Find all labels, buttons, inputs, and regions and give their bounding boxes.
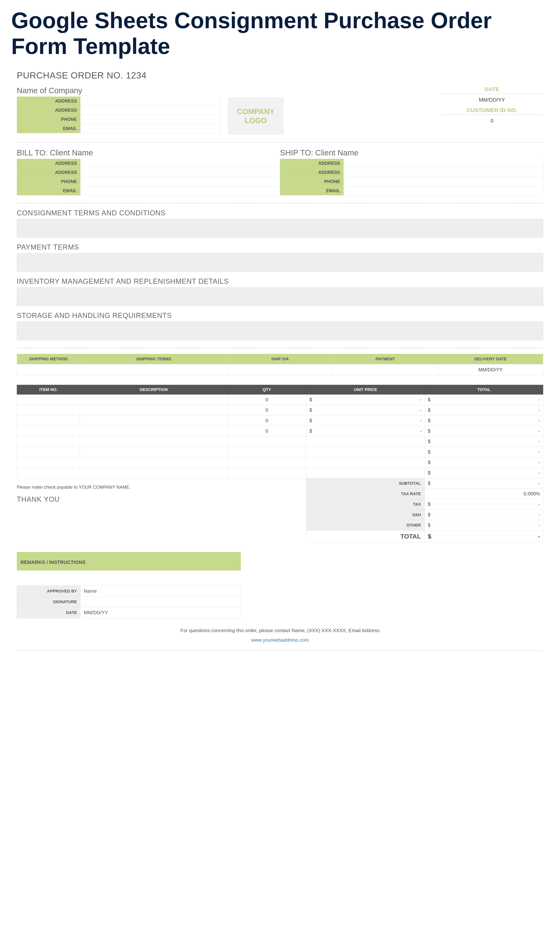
line-total-cell[interactable]: $- <box>425 436 543 447</box>
description-header: DESCRIPTION <box>80 385 228 395</box>
qty-cell[interactable] <box>228 436 306 447</box>
ship-via-cell[interactable] <box>228 364 332 376</box>
item-no-cell[interactable] <box>17 415 80 426</box>
customer-id-label: CUSTOMER ID NO. <box>440 107 543 115</box>
divider <box>17 650 543 651</box>
qty-cell[interactable]: 0 <box>228 405 306 415</box>
description-cell[interactable] <box>80 447 228 457</box>
line-total-cell[interactable]: $- <box>425 457 543 468</box>
signature-value[interactable] <box>80 597 241 607</box>
line-total-cell[interactable]: $- <box>425 447 543 457</box>
unit-price-cell[interactable] <box>306 468 425 478</box>
qty-cell[interactable] <box>228 447 306 457</box>
approval-date-label: DATE <box>17 607 80 618</box>
ship-to-address-2-value[interactable] <box>344 168 543 177</box>
payment-terms-box[interactable] <box>17 253 543 272</box>
total-value: $- <box>425 499 543 510</box>
consignment-terms-title: CONSIGNMENT TERMS AND CONDITIONS <box>17 209 543 217</box>
item-no-cell[interactable] <box>17 436 80 447</box>
company-phone-label: PHONE <box>17 115 80 124</box>
form-container: PURCHASE ORDER NO. 1234 Name of Company … <box>11 66 549 668</box>
bill-to-address-2-value[interactable] <box>80 168 280 177</box>
total-value: $- <box>425 510 543 520</box>
description-cell[interactable] <box>80 415 228 426</box>
storage-requirements-box[interactable] <box>17 322 543 340</box>
shipping-method-cell[interactable] <box>17 364 80 376</box>
delivery-date-cell[interactable]: MM/DD/YY <box>438 364 543 376</box>
ship-to-title: SHIP TO: Client Name <box>280 148 543 157</box>
bill-to-email-label: EMAIL <box>17 186 80 195</box>
item-no-cell[interactable] <box>17 405 80 415</box>
inventory-details-title: INVENTORY MANAGEMENT AND REPLENISHMENT D… <box>17 277 543 285</box>
ship-via-header: SHIP VIA <box>228 354 332 364</box>
total-label: OTHER <box>306 520 425 530</box>
footer-web-link[interactable]: www.yourwebaddress.com <box>17 637 543 643</box>
divider <box>17 203 543 203</box>
items-table: ITEM NO. DESCRIPTION QTY UNIT PRICE TOTA… <box>17 385 543 543</box>
qty-header: QTY <box>228 385 306 395</box>
date-value[interactable]: MM/DD/YY <box>440 95 543 107</box>
ship-to-email-value[interactable] <box>344 186 543 195</box>
unit-price-cell[interactable]: $- <box>306 395 425 405</box>
table-row: $- <box>17 447 543 457</box>
remarks-instructions-header: REMARKS / INSTRUCTIONS <box>17 552 241 570</box>
item-no-cell[interactable] <box>17 447 80 457</box>
description-cell[interactable] <box>80 405 228 415</box>
shipping-table: SHIPPING METHOD SHIPPING TERMS SHIP VIA … <box>17 354 543 376</box>
item-no-cell[interactable] <box>17 468 80 478</box>
company-block: Name of Company ADDRESS ADDRESS PHONE EM… <box>17 86 220 135</box>
company-email-value[interactable] <box>80 124 220 133</box>
approved-by-label: APPROVED BY <box>17 586 80 597</box>
approval-date-value[interactable]: MM/DD/YY <box>80 607 241 618</box>
customer-id-value[interactable]: 0 <box>440 116 543 128</box>
company-address-2-value[interactable] <box>80 106 220 115</box>
approved-by-value[interactable]: Name <box>80 586 241 597</box>
description-cell[interactable] <box>80 468 228 478</box>
qty-cell[interactable] <box>228 457 306 468</box>
unit-price-cell[interactable] <box>306 457 425 468</box>
item-no-cell[interactable] <box>17 395 80 405</box>
shipping-terms-header: SHIPPING TERMS <box>80 354 228 364</box>
item-no-cell[interactable] <box>17 426 80 436</box>
unit-price-cell[interactable]: $- <box>306 405 425 415</box>
description-cell[interactable] <box>80 457 228 468</box>
unit-price-cell[interactable]: $- <box>306 415 425 426</box>
qty-cell[interactable]: 0 <box>228 426 306 436</box>
line-total-cell[interactable]: $- <box>425 426 543 436</box>
bill-to-title: BILL TO: Client Name <box>17 148 280 157</box>
line-total-cell[interactable]: $- <box>425 415 543 426</box>
ship-to-phone-value[interactable] <box>344 177 543 186</box>
total-label: S&H <box>306 510 425 520</box>
qty-cell[interactable] <box>228 468 306 478</box>
ship-to-address-1-value[interactable] <box>344 159 543 168</box>
line-total-cell[interactable]: $- <box>425 395 543 405</box>
payment-cell[interactable] <box>332 364 438 376</box>
date-label: DATE <box>440 86 543 94</box>
line-total-cell[interactable]: $- <box>425 468 543 478</box>
company-phone-value[interactable] <box>80 115 220 124</box>
unit-price-header: UNIT PRICE <box>306 385 425 395</box>
unit-price-cell[interactable] <box>306 447 425 457</box>
unit-price-cell[interactable]: $- <box>306 426 425 436</box>
inventory-details-box[interactable] <box>17 287 543 306</box>
bill-to-email-value[interactable] <box>80 186 280 195</box>
description-cell[interactable] <box>80 436 228 447</box>
bill-to-phone-value[interactable] <box>80 177 280 186</box>
ship-to-address-1-label: ADDRESS <box>280 159 344 168</box>
bill-to-address-1-value[interactable] <box>80 159 280 168</box>
qty-cell[interactable]: 0 <box>228 415 306 426</box>
ship-to-email-label: EMAIL <box>280 186 344 195</box>
line-total-cell[interactable]: $- <box>425 405 543 415</box>
unit-price-cell[interactable] <box>306 436 425 447</box>
company-address-1-value[interactable] <box>80 97 220 106</box>
divider <box>17 348 543 348</box>
description-cell[interactable] <box>80 395 228 405</box>
consignment-terms-box[interactable] <box>17 219 543 237</box>
table-row: $- <box>17 436 543 447</box>
qty-cell[interactable]: 0 <box>228 395 306 405</box>
table-row: 0$-$- <box>17 426 543 436</box>
description-cell[interactable] <box>80 426 228 436</box>
shipping-terms-cell[interactable] <box>80 364 228 376</box>
approval-table: APPROVED BYName SIGNATURE DATEMM/DD/YY <box>17 586 241 618</box>
item-no-cell[interactable] <box>17 457 80 468</box>
